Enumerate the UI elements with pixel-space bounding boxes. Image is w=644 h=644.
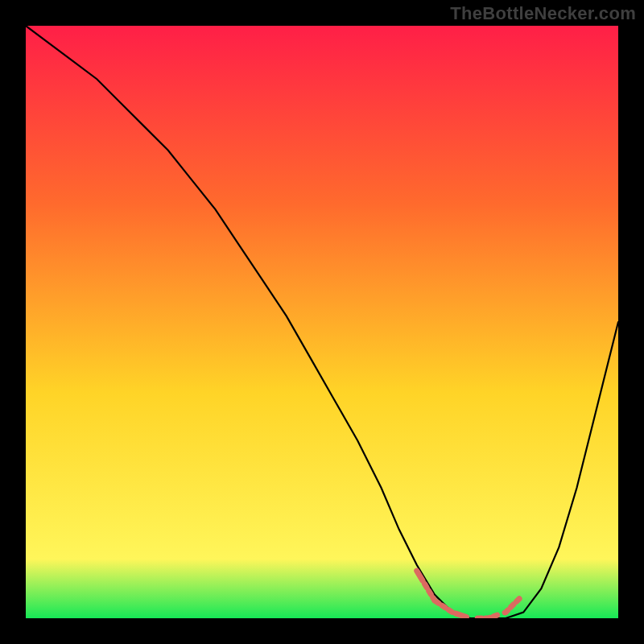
watermark-text: TheBottleNecker.com xyxy=(450,3,636,24)
chart-frame: TheBottleNecker.com xyxy=(0,0,644,644)
plot-area xyxy=(26,26,618,618)
plot-svg xyxy=(26,26,618,618)
gradient-background xyxy=(26,26,618,618)
